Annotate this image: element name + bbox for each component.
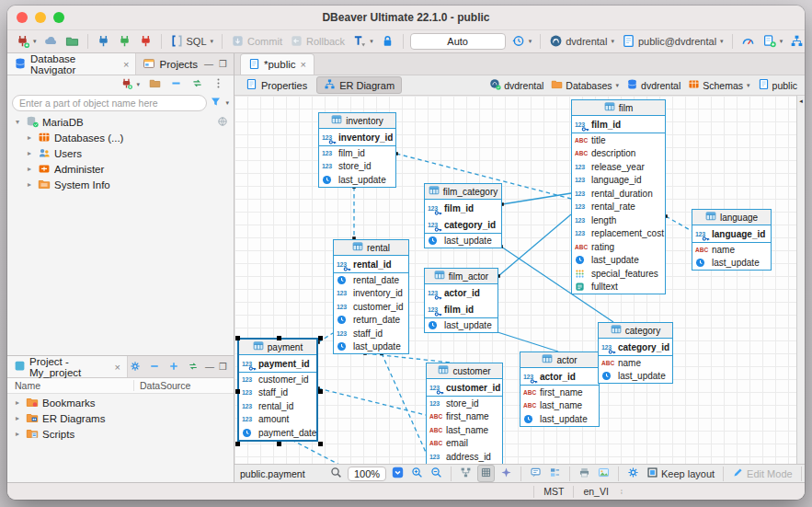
proj-collapse-button[interactable] — [147, 360, 162, 374]
proj-settings-button[interactable] — [128, 360, 143, 374]
zoom-window-button[interactable] — [53, 12, 64, 23]
er-table-header[interactable]: inventory — [319, 113, 395, 129]
er-column-customer_id[interactable]: 123customer_id — [427, 379, 502, 396]
er-column-staff_id[interactable]: 123staff_id — [239, 386, 316, 400]
tab-properties[interactable]: Properties — [239, 76, 314, 94]
diagram-search-button[interactable] — [328, 466, 344, 481]
tab-er-diagram[interactable]: ER Diagram — [316, 76, 402, 94]
restore-panel-icon[interactable]: ◂ — [799, 98, 803, 104]
er-column-activebool[interactable]: ABCactivebool — [427, 464, 502, 465]
collapsed-panel-strip[interactable]: ◂ — [796, 96, 805, 464]
er-column-film_id[interactable]: 123film_id — [425, 200, 501, 216]
close-window-button[interactable] — [17, 12, 28, 23]
status-item-en_vi[interactable]: en_VI — [573, 486, 617, 498]
print-diagram-button[interactable] — [577, 466, 592, 481]
chevron-down-icon[interactable]: ▾ — [13, 118, 22, 126]
er-column-rental_duration[interactable]: 123rental_duration — [572, 187, 665, 201]
er-column-email[interactable]: ABCemail — [427, 437, 502, 451]
breadcrumb-databases[interactable]: Databases▾ — [551, 78, 619, 92]
er-column-description[interactable]: ABCdescription — [572, 147, 665, 161]
er-diagrams-button[interactable]: ▾ — [788, 33, 805, 51]
status-item-mst[interactable]: MST — [533, 486, 573, 498]
selection-handle[interactable] — [318, 442, 323, 446]
nav-view-menu-button[interactable] — [211, 75, 226, 94]
tree-item-users[interactable]: ▸Users — [7, 145, 234, 161]
column-datasource[interactable]: DataSource — [134, 380, 190, 391]
selection-handle[interactable] — [235, 442, 240, 446]
er-column-inventory_id[interactable]: 123inventory_id — [319, 129, 395, 145]
invalidate-reconnect-button[interactable] — [116, 33, 133, 51]
selection-handle[interactable] — [318, 389, 323, 394]
er-table-inventory[interactable]: inventory123inventory_id123film_id123sto… — [318, 112, 396, 188]
selection-handle[interactable] — [277, 442, 281, 446]
chevron-right-icon[interactable]: ▸ — [25, 133, 34, 142]
er-table-header[interactable]: customer — [427, 363, 502, 379]
er-table-header[interactable]: category — [599, 323, 672, 339]
maximize-panel-icon[interactable]: ❒ — [219, 59, 227, 69]
diagram-settings-button[interactable] — [625, 466, 641, 481]
tree-item-scripts[interactable]: ▸Scripts — [7, 426, 234, 442]
edit-mode-button[interactable]: Edit Mode — [730, 466, 795, 481]
tree-item-mariadb[interactable]: ▾MariaDB — [7, 114, 234, 130]
breadcrumb-schemas[interactable]: Schemas▾ — [688, 78, 749, 92]
maximize-panel-icon[interactable]: ❒ — [219, 362, 227, 372]
zoom-out-button[interactable] — [429, 466, 444, 481]
export-image-button[interactable] — [596, 466, 612, 481]
er-column-store_id[interactable]: 123store_id — [427, 397, 502, 410]
close-icon[interactable]: × — [301, 59, 306, 70]
er-column-release_year[interactable]: 123release_year — [572, 160, 665, 174]
chevron-right-icon[interactable]: ▸ — [25, 180, 34, 189]
er-column-payment_id[interactable]: 123payment_id — [239, 355, 316, 372]
er-table-header[interactable]: payment — [239, 340, 316, 355]
er-column-actor_id[interactable]: 123actor_id — [520, 368, 599, 385]
er-diagram-canvas[interactable]: inventory123inventory_id123film_id123sto… — [234, 96, 796, 464]
zoom-presets-button[interactable] — [390, 466, 406, 481]
er-column-last_name[interactable]: ABClast_name — [427, 423, 502, 437]
er-column-name[interactable]: ABCname — [599, 356, 672, 370]
er-table-film[interactable]: film123film_idABCtitleABCdescription123r… — [571, 99, 666, 294]
selection-handle[interactable] — [318, 336, 323, 340]
tab-database-navigator[interactable]: Database Navigator × — [7, 53, 136, 75]
transaction-log-button[interactable]: ▾ — [509, 33, 534, 51]
er-table-language[interactable]: language123language_idABCnamelast_update — [692, 209, 772, 271]
breadcrumb-dvdrental[interactable]: dvdrental — [626, 78, 680, 92]
er-table-header[interactable]: film_actor — [425, 269, 497, 284]
er-column-title[interactable]: ABCtitle — [572, 133, 665, 147]
er-column-last_update[interactable]: last_update — [692, 257, 771, 271]
er-column-film_id[interactable]: 123film_id — [572, 116, 665, 133]
selection-handle[interactable] — [235, 336, 240, 340]
tree-item-er-diagrams[interactable]: ▸ER Diagrams — [7, 410, 234, 426]
er-column-store_id[interactable]: 123store_id — [319, 160, 395, 174]
minimize-panel-icon[interactable]: — — [205, 362, 214, 372]
minimize-window-button[interactable] — [35, 12, 46, 23]
er-column-fulltext[interactable]: fulltext — [572, 281, 665, 294]
tree-item-bookmarks[interactable]: ▸Bookmarks — [7, 395, 234, 410]
nav-link-editor-button[interactable] — [189, 75, 205, 94]
tree-item-system-info[interactable]: ▸System Info — [7, 177, 234, 192]
connection-lock-button[interactable] — [379, 33, 396, 51]
er-table-customer[interactable]: customer123customer_id123store_idABCfirs… — [426, 363, 503, 464]
minimize-panel-icon[interactable]: — — [204, 59, 213, 69]
show-palette-button[interactable] — [547, 466, 563, 481]
er-column-rental_id[interactable]: 123rental_id — [334, 256, 408, 272]
zoom-level-combo[interactable]: 100% — [348, 467, 386, 481]
chevron-right-icon[interactable]: ▸ — [13, 430, 22, 438]
zoom-in-button[interactable] — [409, 466, 425, 481]
close-icon[interactable]: × — [115, 362, 120, 373]
er-table-rental[interactable]: rental123rental_idrental_date123inventor… — [333, 239, 409, 354]
er-column-rental_rate[interactable]: 123rental_rate — [572, 201, 665, 214]
er-table-film_actor[interactable]: film_actor123actor_id123film_idlast_upda… — [424, 268, 498, 333]
er-column-last_name[interactable]: ABClast_name — [520, 399, 599, 413]
disconnect-button[interactable] — [137, 33, 154, 51]
active-catalog-button[interactable]: public@dvdrental▾ — [620, 33, 726, 51]
add-note-button[interactable] — [528, 466, 543, 481]
tab-projects[interactable]: Projects — [136, 53, 204, 75]
arrange-diagram-button[interactable] — [458, 466, 474, 481]
dashboard-button[interactable] — [739, 33, 757, 51]
filter-icon[interactable] — [210, 95, 222, 111]
er-table-header[interactable]: language — [692, 210, 771, 225]
er-table-category[interactable]: category123category_idABCnamelast_update — [598, 322, 673, 384]
er-column-film_id[interactable]: 123film_id — [319, 146, 395, 160]
er-column-last_update[interactable]: last_update — [572, 254, 665, 268]
proj-link-button[interactable] — [186, 360, 200, 374]
